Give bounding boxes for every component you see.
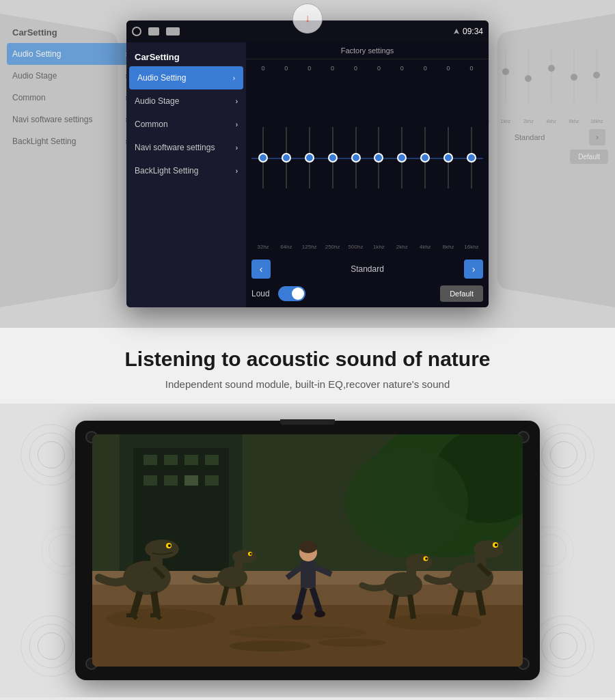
left-bg-item-common[interactable]: Common › [7, 87, 133, 109]
loud-label: Loud [251, 289, 270, 298]
eq-slider-5[interactable] [378, 127, 379, 188]
svg-point-45 [384, 572, 422, 597]
eq-freq-3: 250hz [323, 244, 342, 250]
eq-val-3: 0 [323, 65, 342, 72]
sidebar-audio-setting[interactable]: Audio Setting › [129, 66, 243, 89]
sidebar-audio-stage[interactable]: Audio Stage › [126, 89, 246, 113]
eq-preset-name: Standard [276, 264, 459, 274]
eq-slider-0[interactable] [262, 127, 264, 188]
eq-val-6: 0 [392, 65, 411, 72]
eq-slider-2[interactable] [309, 127, 310, 188]
left-bg-item-backlight[interactable]: BackLight Setting › [7, 130, 133, 152]
eq-prev-button[interactable]: ‹ [251, 260, 271, 279]
eq-freq-8: 8khz [439, 244, 458, 250]
screen-nav-icons [132, 27, 180, 36]
left-bg-item-audio[interactable]: Audio Setting › [7, 43, 133, 65]
clock-time: 09:34 [463, 27, 483, 36]
right-eq-labels: 500hz 1khz 2khz 4khz 8khz 16khz [472, 119, 608, 124]
device-top-connector [280, 419, 335, 425]
eq-next-button[interactable]: › [464, 260, 483, 279]
sidebar-common-label: Common [135, 120, 168, 129]
left-bg-navi-label: Navi software settings [12, 115, 92, 124]
eq-values-row: 0 0 0 0 0 0 0 0 0 0 [251, 65, 483, 72]
svg-rect-9 [164, 475, 178, 486]
main-title: Listening to acoustic sound of nature [14, 347, 601, 372]
eq-val-2: 0 [300, 65, 319, 72]
sidebar-backlight[interactable]: BackLight Setting › [126, 159, 246, 182]
sound-waves-tl [20, 424, 82, 486]
right-eq-sliders [472, 34, 608, 116]
svg-marker-0 [454, 29, 459, 34]
sidebar-navi-chevron: › [236, 144, 238, 152]
sound-waves-bl [20, 615, 82, 677]
eq-slider-1[interactable] [286, 127, 287, 188]
sidebar-title: CarSetting [126, 48, 246, 66]
svg-rect-30 [234, 561, 243, 580]
svg-rect-36 [301, 561, 316, 588]
right-default-button[interactable]: Default [570, 150, 608, 164]
eq-slider-3[interactable] [332, 127, 333, 188]
sidebar-audio-label: Audio Setting [137, 73, 186, 83]
eq-val-9: 0 [462, 65, 481, 72]
left-bg-item-navi[interactable]: Navi software settings › [7, 109, 133, 130]
eq-val-4: 0 [346, 65, 366, 72]
right-eq-track-4 [573, 48, 575, 102]
sidebar-common[interactable]: Common › [126, 113, 246, 136]
eq-slider-8[interactable] [448, 127, 449, 188]
svg-point-60 [229, 641, 311, 652]
eq-freq-1: 64hz [277, 244, 296, 250]
home-icon[interactable] [148, 27, 159, 36]
factory-settings-title: Factory settings [246, 42, 489, 59]
svg-point-38 [299, 541, 317, 553]
right-eq-track-1 [505, 48, 506, 102]
eq-freq-9: 16khz [462, 244, 481, 250]
right-nav-next-btn[interactable]: › [589, 129, 605, 145]
left-bg-item-stage[interactable]: Audio Stage › [7, 65, 133, 87]
svg-line-27 [154, 591, 157, 615]
back-icon[interactable] [132, 27, 141, 36]
eq-slider-9[interactable] [471, 127, 472, 188]
svg-point-43 [292, 613, 303, 620]
svg-rect-5 [164, 455, 178, 465]
right-preset-label: Standard [474, 133, 585, 141]
screen-sidebar: CarSetting Audio Setting › Audio Stage ›… [126, 42, 246, 307]
eq-slider-4[interactable] [355, 127, 357, 188]
down-arrow-container[interactable]: ↓ [292, 3, 323, 33]
sub-title: Independent sound module, built-in EQ,re… [14, 378, 601, 390]
location-icon [453, 28, 460, 35]
top-section: ↓ CarSetting Audio Setting › Audio Stage… [0, 0, 615, 328]
right-eq-track-3 [551, 48, 552, 102]
eq-slider-7[interactable] [424, 127, 426, 188]
right-bg-content: 500hz 1khz 2khz 4khz 8khz 16khz Standard… [472, 27, 608, 164]
recent-icon[interactable] [166, 27, 180, 36]
left-bg-title: CarSetting [7, 27, 133, 38]
svg-point-14 [345, 448, 468, 557]
sidebar-common-chevron: › [236, 121, 238, 128]
eq-freq-4: 500hz [346, 244, 366, 250]
sidebar-navi[interactable]: Navi software settings › [126, 136, 246, 159]
left-bg-content: CarSetting Audio Setting › Audio Stage ›… [7, 27, 133, 152]
scene-svg [92, 434, 523, 667]
eq-freq-7: 4khz [415, 244, 435, 250]
eq-slider-6[interactable] [401, 127, 402, 188]
svg-point-20 [386, 614, 482, 630]
svg-point-29 [217, 567, 247, 589]
eq-labels-row: 32hz 64hz 125hz 250hz 500hz 1khz 2khz 4k… [251, 244, 483, 250]
svg-rect-10 [184, 475, 198, 486]
default-button[interactable]: Default [440, 285, 483, 302]
screen-main: Factory settings 0 0 0 0 0 0 0 0 0 0 [246, 42, 489, 307]
device-screen [92, 434, 523, 667]
right-preset-row: Standard › [472, 129, 608, 145]
right-freq-5: 16khz [587, 119, 606, 124]
eq-val-7: 0 [415, 65, 435, 72]
eq-val-8: 0 [439, 65, 458, 72]
loud-toggle[interactable] [278, 286, 305, 301]
eq-preset-row: ‹ Standard › [246, 255, 489, 283]
sidebar-backlight-chevron: › [236, 167, 238, 175]
svg-point-33 [250, 553, 252, 555]
sound-waves-br [533, 615, 594, 677]
eq-freq-2: 125hz [300, 244, 319, 250]
svg-point-49 [425, 557, 428, 560]
toggle-knob [292, 288, 304, 300]
svg-point-19 [229, 626, 366, 639]
